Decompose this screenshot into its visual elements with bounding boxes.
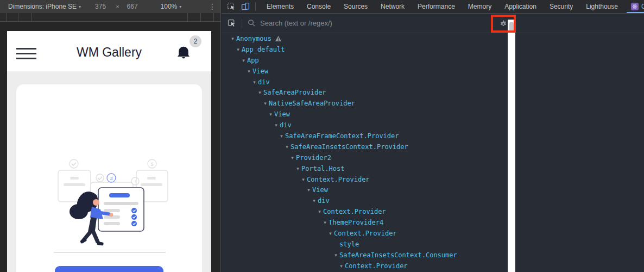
tree-row[interactable]: ▾div [222,195,508,206]
device-selector[interactable]: Dimensions: iPhone SE ▾ [8,3,81,10]
content-card: 5 ! 3 [16,84,202,272]
tab-components-label: Components [641,3,644,10]
chevron-down-icon[interactable]: ▾ [316,209,323,214]
tree-row[interactable]: ▾Portal.Host [222,163,508,174]
tab-application[interactable]: Application [498,0,543,13]
ruler-tick [18,13,18,21]
chevron-down-icon[interactable]: ▾ [305,187,312,193]
settings-gear-icon[interactable] [499,20,508,28]
tree-row[interactable]: ▾Context.Provider [222,174,508,185]
tree-row[interactable]: style [222,239,508,250]
component-name: SafeAreaProvider [263,89,326,96]
notification-badge: 2 [190,35,201,47]
tab-components[interactable]: Components [624,0,644,13]
tab-elements[interactable]: Elements [260,0,300,13]
component-name: View [312,186,328,194]
component-name: div [280,121,292,129]
select-component-icon[interactable] [227,18,236,28]
tree-row[interactable]: ▾SafeAreaFrameContext.Provider [222,131,508,141]
component-tree: ▾Anonymous▾App_default▾App▾View▾div▾Safe… [222,33,508,272]
tree-row[interactable]: ▾SafeAreaInsetsContext.Provider [222,141,508,152]
tree-row[interactable]: ▾div [222,77,508,88]
app-header: WM Gallery 2 [7,31,211,71]
search-box [248,19,644,27]
primary-action-button[interactable] [55,266,163,272]
tree-row[interactable]: ▾div [222,120,508,131]
zoom-selector[interactable]: 100% ▾ [161,3,182,10]
tree-row[interactable]: ▾SafeAreaProvider [222,87,508,98]
chevron-down-icon[interactable]: ▾ [294,166,301,171]
tab-memory[interactable]: Memory [462,0,498,13]
search-input[interactable] [260,19,439,27]
svg-text:!: ! [135,179,136,184]
tab-console[interactable]: Console [300,0,337,13]
chevron-down-icon[interactable]: ▾ [332,252,339,258]
tab-network[interactable]: Network [374,0,411,13]
more-options-icon[interactable]: ⋮ [209,2,216,11]
device-emulation-pane: Dimensions: iPhone SE ▾ 375 × 667 100% ▾… [0,0,221,272]
tab-sources[interactable]: Sources [337,0,374,13]
chevron-down-icon[interactable]: ▾ [262,101,269,106]
component-name: SafeAreaInsetsContext.Provider [291,143,408,151]
tree-row[interactable]: ▾View [222,184,508,195]
search-icon [248,19,256,27]
chevron-down-icon[interactable]: ▾ [327,231,334,236]
chevron-down-icon[interactable]: ▾ [321,220,329,225]
tree-row[interactable]: ▾App [222,55,508,66]
ruler-tick [6,13,7,21]
component-name: View [274,110,290,118]
tree-row[interactable]: ▾Context.Provider [222,206,508,217]
tree-row[interactable]: ▾Provider2 [222,152,508,163]
component-name: Provider2 [296,154,331,162]
screen: Dimensions: iPhone SE ▾ 375 × 667 100% ▾… [0,0,644,272]
chevron-down-icon[interactable]: ▾ [273,122,280,128]
tree-row[interactable]: ▾App_default [222,44,508,55]
chevron-down-icon[interactable]: ▾ [283,144,291,150]
bell-icon [175,44,192,61]
component-name: View [252,67,268,75]
empty-state-illustration: 5 ! 3 [44,154,174,258]
tab-performance[interactable]: Performance [411,0,462,13]
component-name: style [339,240,359,248]
chevron-down-icon[interactable]: ▾ [235,47,242,52]
chevron-down-icon[interactable]: ▾ [311,198,318,203]
component-name: App_default [242,46,285,53]
notifications-button[interactable] [175,44,194,63]
tree-row[interactable]: ▾Context.Provider [222,261,508,271]
chevron-down-icon[interactable]: ▾ [289,155,296,160]
tab-lighthouse[interactable]: Lighthouse [579,0,624,13]
chevron-down-icon[interactable]: ▾ [229,36,236,41]
tree-scrollbar[interactable] [508,20,515,272]
device-toolbar: Dimensions: iPhone SE ▾ 375 × 667 100% ▾… [0,0,220,13]
devtools: ElementsConsoleSourcesNetworkPerformance… [222,0,644,272]
tree-row[interactable]: ▾View [222,109,508,120]
component-name: NativeSafeAreaProvider [269,100,355,107]
tree-row[interactable]: ▾ThemeProvider4 [222,217,508,228]
component-name: div [318,197,330,205]
viewport-height-field[interactable]: 667 [127,3,138,10]
warning-icon [275,36,281,41]
device-toolbar-toggle-icon[interactable] [241,2,250,11]
tree-row[interactable]: ▾NativeSafeAreaProvider [222,98,508,109]
inspect-element-icon[interactable] [227,2,236,11]
chevron-down-icon[interactable]: ▾ [256,90,263,95]
tree-row[interactable]: ▾Context.Provider [222,228,508,239]
tree-row[interactable]: ▾SafeAreaInsetsContext.Consumer [222,250,508,261]
multiply-icon: × [116,3,119,10]
chevron-down-icon[interactable]: ▾ [267,112,274,117]
tab-security[interactable]: Security [543,0,579,13]
device-selector-label: Dimensions: iPhone SE [8,3,77,10]
chevron-down-icon[interactable]: ▾ [240,58,247,63]
chevron-down-icon[interactable]: ▾ [338,263,345,269]
component-name: Context.Provider [345,262,408,270]
tree-row[interactable]: ▾View [222,66,508,77]
ruler-tick [31,13,32,21]
chevron-down-icon[interactable]: ▾ [251,79,258,85]
tree-row[interactable]: ▾Anonymous [222,33,508,44]
components-toolbar [222,14,644,33]
viewport-width-field[interactable]: 375 [95,3,106,10]
chevron-down-icon[interactable]: ▾ [300,177,307,182]
chevron-down-icon[interactable]: ▾ [245,69,252,74]
chevron-down-icon[interactable]: ▾ [278,133,285,139]
component-name: SafeAreaInsetsContext.Consumer [339,251,457,259]
